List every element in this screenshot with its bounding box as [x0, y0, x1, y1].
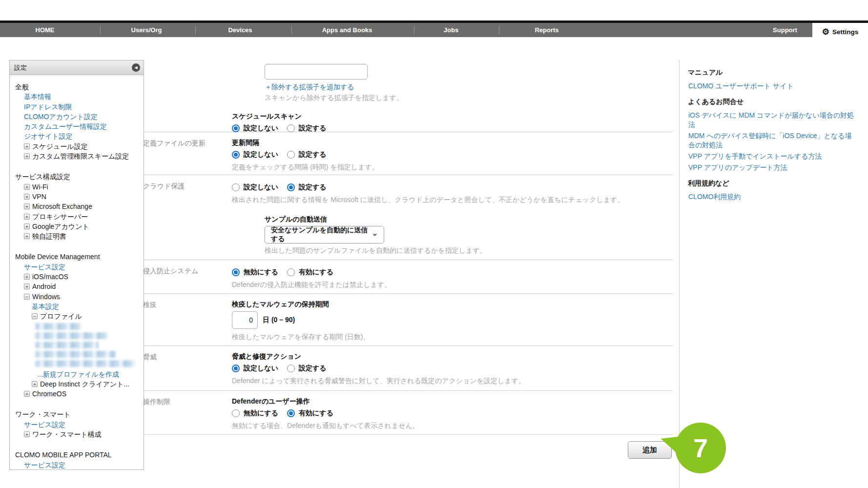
expand-icon[interactable]	[24, 224, 30, 229]
sidebar-item-create-new-profile[interactable]: ...新規プロファイルを作成	[10, 369, 144, 379]
nav-devices[interactable]: Devices	[228, 23, 252, 37]
link-clomo-user-support-site[interactable]: CLOMO ユーザーサポート サイト	[688, 81, 854, 91]
sidebar-item-custom-certificate[interactable]: 独自証明書	[10, 231, 144, 241]
radio-unselected[interactable]	[287, 124, 295, 132]
expand-icon[interactable]	[24, 214, 30, 220]
radio-unselected[interactable]	[287, 365, 295, 372]
nav-support[interactable]: Support	[773, 23, 797, 37]
nav-separator	[195, 26, 196, 34]
redacted-profile-list[interactable]	[10, 323, 144, 367]
expand-icon[interactable]	[24, 233, 30, 239]
expand-icon[interactable]	[24, 203, 30, 209]
sidebar-item-wifi[interactable]: Wi-Fi	[10, 182, 144, 192]
sidebar-item-ios-macos[interactable]: iOS/macOS	[10, 272, 144, 282]
radio-label[interactable]: 設定しない	[244, 364, 278, 373]
expand-icon[interactable]	[24, 143, 30, 149]
radio-selected[interactable]	[232, 151, 240, 159]
redacted-profile-item[interactable]	[35, 332, 108, 339]
nav-reports[interactable]: Reports	[535, 23, 558, 37]
radio-unselected[interactable]	[232, 183, 240, 191]
section-scan-settings: ＋除外する拡張子を追加する スキャンから除外する拡張子を指定します。 スケジュー…	[143, 46, 673, 132]
sidebar-item-chromeos[interactable]: ChromeOS	[10, 389, 144, 399]
sidebar-item-work-smart-config[interactable]: ワーク・スマート構成	[10, 429, 144, 439]
tab-settings[interactable]: ⚙ Settings	[812, 23, 868, 41]
sidebar-item-windows-basic-settings[interactable]: 基本設定	[10, 302, 144, 311]
radio-unselected[interactable]	[232, 409, 240, 417]
expand-icon[interactable]	[24, 153, 30, 159]
step-number: 7	[693, 433, 708, 463]
expand-icon[interactable]	[24, 184, 30, 190]
radio-label[interactable]: 設定しない	[244, 124, 278, 133]
redacted-profile-item[interactable]	[35, 351, 116, 358]
radio-label[interactable]: 無効にする	[244, 409, 278, 418]
link-faq-vpp-update[interactable]: VPP アプリのアップデート方法	[688, 163, 854, 172]
radio-selected[interactable]	[232, 124, 240, 132]
sidebar-item-ip-restriction[interactable]: IPアドレス制限	[10, 102, 144, 112]
sidebar-item-deep-instinct-client[interactable]: Deep Instinct クライアント...	[10, 379, 144, 389]
sidebar-item-schedule-settings[interactable]: スケジュール設定	[10, 142, 144, 151]
section-quarantine: 検疫 検疫したマルウェアの保持期間 0 日 (0 – 90) 検疫したマルウェア…	[143, 293, 673, 346]
nav-users-org[interactable]: Users/Org	[131, 23, 162, 37]
excluded-extension-input[interactable]	[265, 64, 368, 80]
link-clomo-terms[interactable]: CLOMO利用規約	[688, 192, 854, 202]
section-label: クラウド保護	[143, 175, 232, 260]
radio-label[interactable]: 無効にする	[244, 268, 278, 277]
expand-icon[interactable]	[24, 391, 30, 397]
redacted-profile-item[interactable]	[35, 360, 135, 367]
add-excluded-extension-link[interactable]: ＋除外する拡張子を追加する	[265, 83, 673, 92]
nav-jobs[interactable]: Jobs	[444, 23, 458, 37]
settings-sidebar: 設定 全般 基本情報 IPアドレス制限 CLOMOアカウント設定 カスタムユーザ…	[9, 60, 144, 470]
redacted-profile-item[interactable]	[35, 323, 82, 330]
sidebar-item-custom-admin-scheme[interactable]: カスタム管理権限スキーム設定	[10, 151, 144, 161]
sidebar-item-mdm-service-settings[interactable]: サービス設定	[10, 262, 144, 272]
expand-icon[interactable]	[24, 274, 30, 280]
expand-icon[interactable]	[24, 431, 30, 437]
radio-label[interactable]: 設定しない	[244, 183, 278, 192]
radio-label[interactable]: 設定する	[299, 124, 327, 133]
nav-home[interactable]: HOME	[36, 23, 55, 37]
expand-icon[interactable]	[24, 284, 30, 289]
expand-icon[interactable]	[24, 194, 30, 200]
sidebar-item-windows-profiles[interactable]: プロファイル	[10, 311, 144, 321]
topnav-bar: HOME Users/Org Devices Apps and Books Jo…	[0, 23, 868, 37]
sample-submit-select[interactable]: 安全なサンプルを自動的に送信する ⌄	[265, 226, 384, 244]
radio-unselected[interactable]	[287, 151, 295, 159]
sidebar-section-service-config: サービス構成設定	[10, 172, 144, 182]
sidebar-item-windows[interactable]: Windows	[10, 292, 144, 302]
collapse-sidebar-icon[interactable]	[132, 63, 140, 72]
link-faq-mdm-command-not-delivered[interactable]: iOS デバイスに MDM コマンドが届かない場合の対処法	[688, 111, 854, 129]
section-label: 検疫	[143, 294, 232, 346]
radio-selected[interactable]	[287, 409, 295, 417]
sidebar-item-geosite[interactable]: ジオサイト設定	[10, 131, 144, 141]
sidebar-item-proxy-server[interactable]: プロキシサーバー	[10, 212, 144, 222]
sidebar-item-custom-user-info[interactable]: カスタムユーザー情報設定	[10, 122, 144, 131]
radio-selected[interactable]	[287, 183, 295, 191]
radio-label[interactable]: 設定する	[299, 150, 327, 159]
sidebar-item-google-account[interactable]: Googleアカウント	[10, 222, 144, 231]
link-faq-vpp-manual-install[interactable]: VPP アプリを手動でインストールする方法	[688, 152, 854, 161]
sidebar-item-ms-exchange[interactable]: Microsoft Exchange	[10, 202, 144, 211]
sidebar-item-clomo-account[interactable]: CLOMOアカウント設定	[10, 112, 144, 122]
sidebar-item-basic-info[interactable]: 基本情報	[10, 92, 144, 102]
nav-apps-and-books[interactable]: Apps and Books	[322, 23, 372, 37]
radio-selected[interactable]	[232, 268, 240, 276]
radio-selected[interactable]	[232, 365, 240, 372]
sidebar-item-android[interactable]: Android	[10, 282, 144, 291]
radio-label[interactable]: 設定する	[299, 364, 327, 373]
sidebar-item-work-smart-service-settings[interactable]: サービス設定	[10, 420, 144, 429]
expand-icon[interactable]	[32, 381, 38, 387]
radio-unselected[interactable]	[287, 268, 295, 276]
field-title: スケジュールスキャン	[232, 112, 673, 121]
radio-label[interactable]: 設定しない	[244, 150, 278, 159]
collapse-icon[interactable]	[32, 313, 38, 319]
radio-label[interactable]: 設定する	[299, 183, 327, 192]
radio-label[interactable]: 有効にする	[299, 409, 333, 418]
intrusion-prevention-radios: 無効にする 有効にする	[232, 268, 673, 277]
radio-label[interactable]: 有効にする	[299, 268, 333, 277]
link-faq-ios-device-registration[interactable]: MDM へのデバイス登録時に「iOS Device」となる場合の対処法	[688, 131, 854, 150]
redacted-profile-item[interactable]	[35, 342, 99, 348]
sidebar-item-vpn[interactable]: VPN	[10, 192, 144, 202]
sidebar-item-map-service-settings[interactable]: サービス設定	[10, 460, 144, 470]
retention-days-input[interactable]: 0	[232, 311, 258, 329]
collapse-icon[interactable]	[24, 294, 30, 300]
